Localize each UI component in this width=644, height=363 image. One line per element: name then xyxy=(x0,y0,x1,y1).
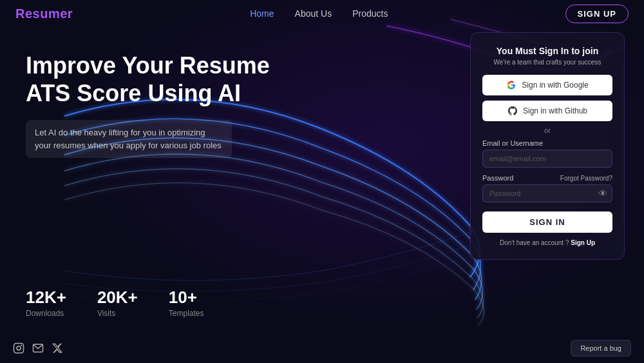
twitter-icon[interactable] xyxy=(52,342,63,357)
stat-templates: 10+ Templates xyxy=(169,288,204,318)
stats-section: 12K+ Downloads 20K+ Visits 10+ Templates xyxy=(26,288,204,318)
forgot-password-link[interactable]: Forgot Password? xyxy=(560,175,612,182)
hero-section: Improve Your Resume ATS Score Using AI L… xyxy=(26,52,283,158)
email-label: Email or Username xyxy=(482,139,612,147)
google-signin-label: Sign in with Google xyxy=(522,81,588,90)
github-signin-label: Sign in with Github xyxy=(523,106,587,115)
password-row: Password Forgot Password? xyxy=(482,174,612,182)
svg-rect-0 xyxy=(14,344,24,353)
google-signin-button[interactable]: Sign in with Google xyxy=(482,75,612,95)
signin-card: You Must Sign In to join We're a team th… xyxy=(470,32,625,260)
password-wrapper: 👁 xyxy=(482,184,612,202)
navbar: Resumer Home About Us Products SIGN UP xyxy=(0,0,644,27)
report-bug-button[interactable]: Report a bug xyxy=(571,340,631,357)
or-divider: or xyxy=(482,126,612,134)
password-input[interactable] xyxy=(482,184,612,202)
stat-visits-number: 20K+ xyxy=(97,288,138,308)
stat-downloads: 12K+ Downloads xyxy=(26,288,66,318)
github-icon xyxy=(507,106,518,116)
nav-home[interactable]: Home xyxy=(250,8,274,19)
footer-icons xyxy=(13,342,63,357)
svg-point-2 xyxy=(21,345,22,346)
stat-visits-label: Visits xyxy=(97,309,138,318)
hero-title: Improve Your Resume ATS Score Using AI xyxy=(26,52,283,107)
nav-about[interactable]: About Us xyxy=(295,8,332,19)
stat-downloads-number: 12K+ xyxy=(26,288,66,308)
email-input[interactable] xyxy=(482,150,612,168)
stat-downloads-label: Downloads xyxy=(26,309,66,318)
stat-visits: 20K+ Visits xyxy=(97,288,138,318)
github-signin-button[interactable]: Sign in with Github xyxy=(482,101,612,121)
password-label: Password xyxy=(482,174,513,182)
stat-templates-number: 10+ xyxy=(169,288,204,308)
eye-icon[interactable]: 👁 xyxy=(598,188,607,199)
signin-subtitle: We're a team that crafts your success xyxy=(482,59,612,66)
nav-products[interactable]: Products xyxy=(352,8,388,19)
google-icon xyxy=(506,80,516,90)
stat-templates-label: Templates xyxy=(169,309,204,318)
nav-signup-button[interactable]: SIGN UP xyxy=(565,5,629,23)
no-account-text: Don't have an account ? Sign Up xyxy=(482,239,612,246)
instagram-icon[interactable] xyxy=(13,342,24,357)
signin-submit-button[interactable]: SIGN IN xyxy=(482,211,612,233)
signup-link[interactable]: Sign Up xyxy=(571,239,595,246)
nav-links: Home About Us Products xyxy=(250,8,388,19)
hero-description: Let AI do the heavy lifting for you in o… xyxy=(26,120,232,158)
email-icon[interactable] xyxy=(32,342,44,357)
signin-title: You Must Sign In to join xyxy=(482,46,612,56)
logo[interactable]: Resumer xyxy=(15,6,73,21)
svg-point-1 xyxy=(17,346,21,350)
